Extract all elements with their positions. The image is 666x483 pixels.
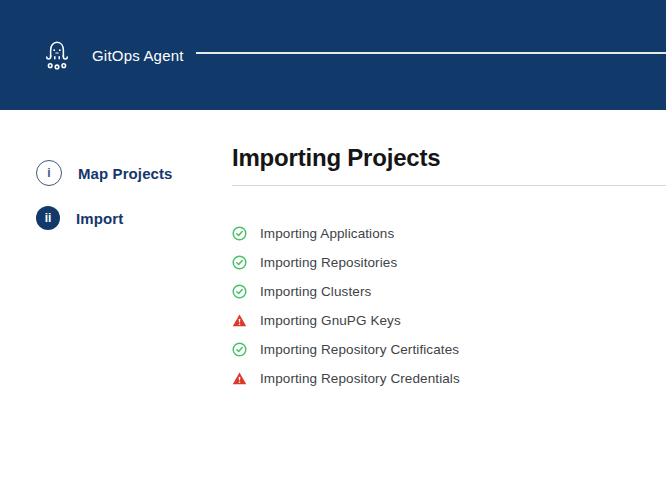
status-list: Importing Applications Importing Reposit…	[232, 219, 666, 393]
check-circle-icon	[232, 226, 247, 241]
sidebar-step-label: Map Projects	[78, 165, 173, 182]
app-header: GitOps Agent	[0, 0, 666, 110]
status-row: Importing Repository Certificates	[232, 335, 666, 364]
header-divider-line	[196, 52, 666, 54]
status-row-label: Importing Repository Credentials	[260, 371, 460, 386]
status-row: Importing GnuPG Keys	[232, 306, 666, 335]
status-row-label: Importing GnuPG Keys	[260, 313, 401, 328]
step-numeral-badge: ii	[36, 206, 60, 230]
sidebar-step-label: Import	[76, 210, 123, 227]
status-row: Importing Clusters	[232, 277, 666, 306]
app-brand: GitOps Agent	[40, 36, 184, 74]
check-circle-icon	[232, 255, 247, 270]
status-row-label: Importing Clusters	[260, 284, 371, 299]
app-title: GitOps Agent	[92, 47, 184, 64]
title-divider	[232, 185, 666, 186]
page-content: i Map Projects ii Import Importing Proje…	[0, 110, 666, 393]
status-row-label: Importing Repository Certificates	[260, 342, 459, 357]
step-numeral-badge: i	[36, 160, 62, 186]
main-panel: Importing Projects Importing Application…	[232, 110, 666, 393]
octopus-logo-icon	[40, 36, 74, 74]
status-row-label: Importing Repositories	[260, 255, 397, 270]
status-row: Importing Repository Credentials	[232, 364, 666, 393]
sidebar-step-map-projects[interactable]: i Map Projects	[36, 160, 232, 186]
sidebar-step-import[interactable]: ii Import	[36, 206, 232, 230]
warning-triangle-icon	[232, 371, 247, 386]
page-title: Importing Projects	[232, 144, 666, 172]
check-circle-icon	[232, 284, 247, 299]
status-row-label: Importing Applications	[260, 226, 394, 241]
sidebar-steps: i Map Projects ii Import	[36, 160, 232, 230]
status-row: Importing Repositories	[232, 248, 666, 277]
check-circle-icon	[232, 342, 247, 357]
step-numeral: i	[47, 166, 50, 180]
wizard-sidebar: i Map Projects ii Import	[0, 110, 232, 250]
step-numeral: ii	[45, 211, 52, 225]
warning-triangle-icon	[232, 313, 247, 328]
status-row: Importing Applications	[232, 219, 666, 248]
